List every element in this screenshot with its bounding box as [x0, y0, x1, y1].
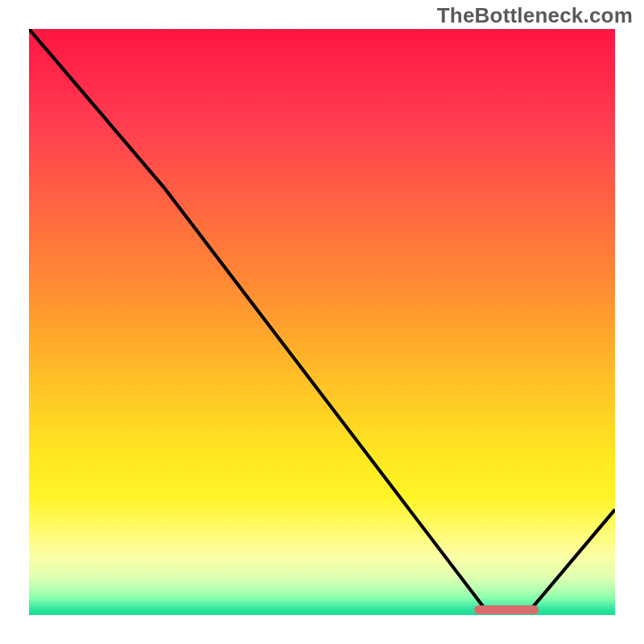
watermark-text: TheBottleneck.com — [437, 3, 633, 28]
bottleneck-curve-path — [29, 29, 615, 610]
line-series — [29, 29, 615, 615]
plot-area — [29, 29, 615, 615]
chart-container: TheBottleneck.com — [0, 0, 644, 644]
optimal-range-marker — [474, 605, 539, 614]
